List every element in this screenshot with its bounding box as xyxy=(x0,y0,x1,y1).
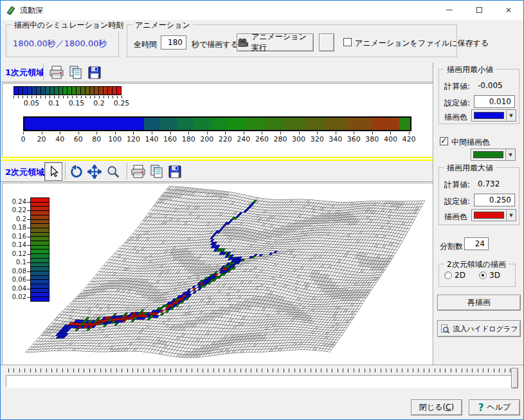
divisions-input[interactable] xyxy=(464,237,489,250)
copy-2d-button[interactable] xyxy=(149,163,165,180)
window-title: 流動深 xyxy=(20,5,43,16)
max-set-input[interactable] xyxy=(474,194,515,206)
toolbar-2d-separator-1 xyxy=(65,163,66,179)
pan-tool-button[interactable] xyxy=(86,163,103,180)
section-label-2d: 2次元領域 xyxy=(5,167,44,178)
profile-1d-labels: 0204060801001201401601802002202402602803… xyxy=(23,135,422,144)
mid-color-swatch xyxy=(473,151,503,158)
min-group-title: 描画用最小値 xyxy=(444,64,496,75)
titlebar[interactable]: 流動深 ✕ xyxy=(1,1,523,20)
min-color-label: 描画色 xyxy=(444,112,467,123)
run-animation-label: アニメーション実行 xyxy=(251,32,313,53)
time-slider[interactable] xyxy=(5,368,521,390)
save-icon xyxy=(87,66,102,80)
profile-1d-ticks xyxy=(23,132,411,134)
zoom-tool-button[interactable] xyxy=(105,163,122,180)
minimize-button[interactable] xyxy=(435,1,464,19)
close-icon: ✕ xyxy=(505,6,512,14)
sim-time-group: 描画中のシミュレーション時刻 1800.00秒／1800.00秒 xyxy=(6,24,119,57)
print-icon xyxy=(49,66,64,80)
run-animation-button[interactable]: アニメーション実行 xyxy=(237,33,314,51)
draw-mode-group: 2次元領域の描画 2D 3D xyxy=(438,264,516,287)
max-group-title: 描画用最大値 xyxy=(444,163,496,174)
draw-mode-title: 2次元領域の描画 xyxy=(444,259,509,270)
save-icon xyxy=(168,165,182,179)
max-value-group: 描画用最大値 計算値: 0.732 設定値: 描画色 ▼ xyxy=(438,167,519,225)
radio-2d-label: 2D xyxy=(455,271,465,280)
redraw-button[interactable]: 再描画 xyxy=(437,295,521,311)
copy-icon xyxy=(68,66,84,80)
min-calc-label: 計算値: xyxy=(444,81,470,92)
maximize-icon xyxy=(476,7,482,13)
select-tool-button[interactable] xyxy=(44,162,62,181)
mesh-3d-view[interactable] xyxy=(2,183,433,365)
min-set-label: 設定値: xyxy=(444,98,470,109)
save-1d-button[interactable] xyxy=(86,64,103,81)
close-dialog-button[interactable]: 閉じる(C) xyxy=(411,399,462,415)
flow-depth-window: 流動深 ✕ 描画中のシミュレーション時刻 1800.00秒／1800.00秒 ア… xyxy=(0,0,524,420)
print-icon xyxy=(131,165,146,179)
copy-1d-button[interactable] xyxy=(68,64,84,81)
chevron-down-icon: ▼ xyxy=(506,110,516,121)
maximize-button[interactable] xyxy=(464,1,494,19)
colorbar-1d-ticks xyxy=(14,96,122,98)
mid-color-dropdown[interactable]: ▼ xyxy=(471,149,516,161)
min-color-dropdown[interactable]: ▼ xyxy=(471,109,516,122)
redraw-label: 再描画 xyxy=(467,297,491,308)
copy-icon xyxy=(149,165,165,179)
help-button[interactable]: ? ヘルプ xyxy=(469,399,520,415)
settings-panel: 描画用最小値 計算値: -0.005 設定値: 描画色 ▼ 中間描画色 ▼ 描画… xyxy=(433,62,524,365)
sim-time-value: 1800.00秒／1800.00秒 xyxy=(13,38,107,50)
mid-color-label: 中間描画色 xyxy=(451,137,490,148)
max-calc-value: 0.732 xyxy=(478,179,500,188)
sim-time-group-title: 描画中のシミュレーション時刻 xyxy=(12,20,126,31)
zoom-icon xyxy=(106,165,120,179)
animation-group-title: アニメーション xyxy=(132,20,193,31)
chevron-down-icon: ▼ xyxy=(506,210,516,221)
max-calc-label: 計算値: xyxy=(444,179,470,190)
camera-icon xyxy=(237,38,248,48)
pan-icon xyxy=(87,165,102,179)
save-2d-button[interactable] xyxy=(167,163,183,180)
save-animation-label: アニメーションをファイルに保存する xyxy=(355,38,489,49)
hydrograph-label: 流入ハイドログラフ xyxy=(453,324,518,334)
time-slider-channel[interactable] xyxy=(6,375,514,387)
help-label: ヘルプ xyxy=(487,402,510,413)
hydrograph-button[interactable]: 流入ハイドログラフ xyxy=(437,320,521,337)
save-animation-checkbox[interactable] xyxy=(343,38,352,46)
max-set-label: 設定値: xyxy=(444,196,470,207)
time-slider-ticks xyxy=(8,369,510,373)
splitter-bar[interactable] xyxy=(2,157,433,161)
min-set-input[interactable] xyxy=(474,95,515,108)
toolbar-2d-separator-2 xyxy=(127,163,128,179)
mid-color-checkbox[interactable] xyxy=(440,137,448,145)
max-color-label: 描画色 xyxy=(444,212,467,223)
help-icon: ? xyxy=(478,402,484,414)
divisions-label: 分割数 xyxy=(440,241,463,252)
profile-1d-bar xyxy=(23,116,411,131)
rotate-icon xyxy=(69,165,83,179)
stop-animation-button[interactable] xyxy=(319,33,334,51)
colorbar-1d-labels: 0.050.10.150.20.25 xyxy=(14,99,129,108)
panel-2d: 0.240.220.20.180.160.140.120.10.080.060.… xyxy=(2,183,433,365)
close-dialog-label: 閉じる(C) xyxy=(419,402,454,413)
radio-2d[interactable] xyxy=(444,271,452,279)
minimize-icon xyxy=(446,10,453,10)
close-button[interactable]: ✕ xyxy=(494,1,523,19)
divider-bottom xyxy=(1,365,524,366)
total-time-label: 全時間 xyxy=(134,39,157,50)
panel-1d: 0.050.10.150.20.25 020406080100120140160… xyxy=(2,83,433,156)
time-slider-thumb[interactable] xyxy=(511,368,518,388)
min-calc-value: -0.005 xyxy=(478,81,503,90)
app-icon xyxy=(6,5,16,15)
print-1d-button[interactable] xyxy=(48,64,65,81)
print-2d-button[interactable] xyxy=(130,163,147,180)
total-time-input[interactable] xyxy=(161,35,186,50)
section-label-1d: 1次元領域 xyxy=(5,67,44,78)
max-color-dropdown[interactable]: ▼ xyxy=(471,209,516,221)
chevron-down-icon: ▼ xyxy=(505,149,515,160)
min-color-swatch xyxy=(474,112,504,119)
rotate-tool-button[interactable] xyxy=(68,163,84,180)
radio-3d[interactable] xyxy=(479,271,487,279)
unit-label: 秒で描画する xyxy=(192,39,239,50)
